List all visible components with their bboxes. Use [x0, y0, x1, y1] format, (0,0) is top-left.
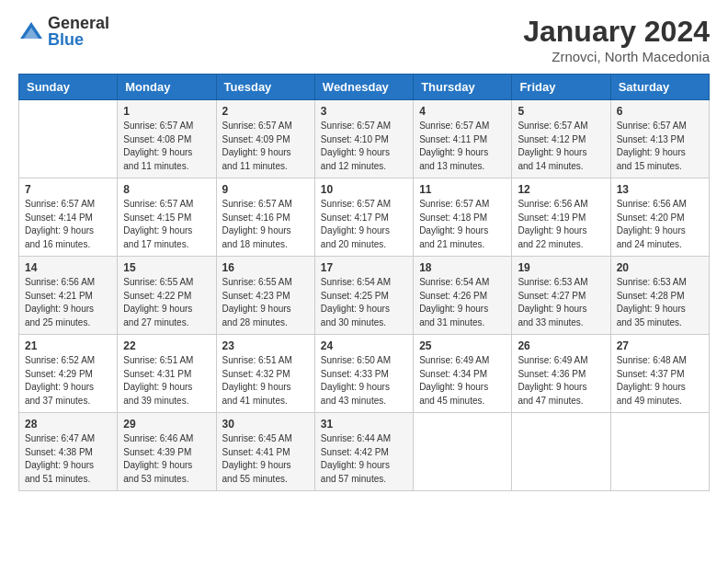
col-sunday: Sunday [19, 75, 118, 100]
day-cell: 23Sunrise: 6:51 AM Sunset: 4:32 PM Dayli… [216, 335, 314, 413]
day-cell: 16Sunrise: 6:55 AM Sunset: 4:23 PM Dayli… [216, 257, 314, 335]
day-cell: 24Sunrise: 6:50 AM Sunset: 4:33 PM Dayli… [314, 335, 413, 413]
day-cell: 6Sunrise: 6:57 AM Sunset: 4:13 PM Daylig… [610, 100, 709, 178]
day-info: Sunrise: 6:45 AM Sunset: 4:41 PM Dayligh… [222, 432, 309, 486]
col-wednesday: Wednesday [314, 75, 413, 100]
col-saturday: Saturday [610, 75, 709, 100]
logo-icon [18, 18, 44, 44]
day-number: 8 [123, 183, 210, 196]
day-number: 21 [25, 339, 111, 352]
day-cell: 10Sunrise: 6:57 AM Sunset: 4:17 PM Dayli… [314, 178, 413, 257]
day-number: 20 [617, 261, 703, 274]
day-number: 12 [518, 183, 604, 196]
day-info: Sunrise: 6:56 AM Sunset: 4:21 PM Dayligh… [25, 276, 111, 329]
day-number: 15 [123, 261, 210, 274]
day-number: 4 [419, 105, 506, 118]
day-info: Sunrise: 6:57 AM Sunset: 4:10 PM Dayligh… [321, 120, 407, 173]
day-cell: 8Sunrise: 6:57 AM Sunset: 4:15 PM Daylig… [118, 178, 216, 257]
day-cell: 29Sunrise: 6:46 AM Sunset: 4:39 PM Dayli… [118, 413, 216, 491]
day-info: Sunrise: 6:44 AM Sunset: 4:42 PM Dayligh… [321, 432, 407, 486]
day-cell: 22Sunrise: 6:51 AM Sunset: 4:31 PM Dayli… [118, 335, 216, 413]
day-number: 2 [222, 105, 309, 118]
day-cell: 3Sunrise: 6:57 AM Sunset: 4:10 PM Daylig… [314, 100, 413, 178]
day-info: Sunrise: 6:57 AM Sunset: 4:17 PM Dayligh… [321, 198, 407, 251]
day-number: 5 [518, 105, 604, 118]
day-number: 19 [518, 261, 604, 274]
day-info: Sunrise: 6:53 AM Sunset: 4:28 PM Dayligh… [617, 276, 703, 329]
day-cell: 15Sunrise: 6:55 AM Sunset: 4:22 PM Dayli… [118, 257, 216, 335]
day-cell: 12Sunrise: 6:56 AM Sunset: 4:19 PM Dayli… [512, 178, 610, 257]
day-cell: 18Sunrise: 6:54 AM Sunset: 4:26 PM Dayli… [414, 257, 512, 335]
day-info: Sunrise: 6:49 AM Sunset: 4:34 PM Dayligh… [419, 354, 506, 408]
day-info: Sunrise: 6:57 AM Sunset: 4:09 PM Dayligh… [222, 120, 309, 173]
header: General Blue January 2024 Zrnovci, North… [18, 15, 710, 64]
header-row: Sunday Monday Tuesday Wednesday Thursday… [19, 75, 710, 100]
day-number: 26 [518, 339, 604, 352]
day-info: Sunrise: 6:47 AM Sunset: 4:38 PM Dayligh… [25, 432, 111, 486]
day-number: 1 [123, 105, 210, 118]
day-number: 25 [419, 339, 506, 352]
day-cell: 14Sunrise: 6:56 AM Sunset: 4:21 PM Dayli… [19, 257, 118, 335]
day-info: Sunrise: 6:49 AM Sunset: 4:36 PM Dayligh… [518, 354, 604, 408]
col-monday: Monday [118, 75, 216, 100]
day-cell [512, 413, 610, 491]
week-row-0: 1Sunrise: 6:57 AM Sunset: 4:08 PM Daylig… [19, 100, 710, 178]
day-cell [610, 413, 709, 491]
week-row-2: 14Sunrise: 6:56 AM Sunset: 4:21 PM Dayli… [19, 257, 710, 335]
calendar-title: January 2024 [523, 15, 710, 49]
day-number: 16 [222, 261, 309, 274]
day-info: Sunrise: 6:57 AM Sunset: 4:11 PM Dayligh… [419, 120, 506, 173]
day-number: 7 [25, 183, 111, 196]
day-info: Sunrise: 6:57 AM Sunset: 4:13 PM Dayligh… [617, 120, 703, 173]
day-cell: 17Sunrise: 6:54 AM Sunset: 4:25 PM Dayli… [314, 257, 413, 335]
day-cell: 27Sunrise: 6:48 AM Sunset: 4:37 PM Dayli… [610, 335, 709, 413]
page: General Blue January 2024 Zrnovci, North… [0, 0, 728, 563]
day-info: Sunrise: 6:57 AM Sunset: 4:12 PM Dayligh… [518, 120, 604, 173]
logo-text: General Blue [48, 15, 109, 48]
day-info: Sunrise: 6:48 AM Sunset: 4:37 PM Dayligh… [617, 354, 703, 408]
day-number: 10 [321, 183, 407, 196]
day-number: 17 [321, 261, 407, 274]
day-info: Sunrise: 6:46 AM Sunset: 4:39 PM Dayligh… [123, 432, 210, 486]
day-info: Sunrise: 6:57 AM Sunset: 4:08 PM Dayligh… [123, 120, 210, 173]
day-info: Sunrise: 6:54 AM Sunset: 4:25 PM Dayligh… [321, 276, 407, 329]
day-number: 23 [222, 339, 309, 352]
logo: General Blue [18, 15, 109, 48]
day-number: 27 [617, 339, 703, 352]
day-info: Sunrise: 6:50 AM Sunset: 4:33 PM Dayligh… [321, 354, 407, 408]
day-cell: 13Sunrise: 6:56 AM Sunset: 4:20 PM Dayli… [610, 178, 709, 257]
day-cell: 5Sunrise: 6:57 AM Sunset: 4:12 PM Daylig… [512, 100, 610, 178]
day-info: Sunrise: 6:57 AM Sunset: 4:14 PM Dayligh… [25, 198, 111, 251]
day-info: Sunrise: 6:55 AM Sunset: 4:23 PM Dayligh… [222, 276, 309, 329]
day-cell: 30Sunrise: 6:45 AM Sunset: 4:41 PM Dayli… [216, 413, 314, 491]
day-info: Sunrise: 6:56 AM Sunset: 4:19 PM Dayligh… [518, 198, 604, 251]
day-number: 18 [419, 261, 506, 274]
day-number: 30 [222, 418, 309, 431]
day-number: 24 [321, 339, 407, 352]
day-number: 31 [321, 418, 407, 431]
col-tuesday: Tuesday [216, 75, 314, 100]
day-info: Sunrise: 6:54 AM Sunset: 4:26 PM Dayligh… [419, 276, 506, 329]
day-cell: 4Sunrise: 6:57 AM Sunset: 4:11 PM Daylig… [414, 100, 512, 178]
calendar-table: Sunday Monday Tuesday Wednesday Thursday… [18, 74, 710, 491]
day-cell [19, 100, 118, 178]
day-info: Sunrise: 6:57 AM Sunset: 4:15 PM Dayligh… [123, 198, 210, 251]
day-info: Sunrise: 6:51 AM Sunset: 4:32 PM Dayligh… [222, 354, 309, 408]
col-friday: Friday [512, 75, 610, 100]
logo-blue: Blue [48, 31, 109, 48]
day-number: 6 [617, 105, 703, 118]
week-row-1: 7Sunrise: 6:57 AM Sunset: 4:14 PM Daylig… [19, 178, 710, 257]
day-cell: 25Sunrise: 6:49 AM Sunset: 4:34 PM Dayli… [414, 335, 512, 413]
day-cell: 20Sunrise: 6:53 AM Sunset: 4:28 PM Dayli… [610, 257, 709, 335]
day-info: Sunrise: 6:55 AM Sunset: 4:22 PM Dayligh… [123, 276, 210, 329]
calendar-subtitle: Zrnovci, North Macedonia [523, 49, 710, 64]
day-number: 9 [222, 183, 309, 196]
day-number: 13 [617, 183, 703, 196]
day-cell: 26Sunrise: 6:49 AM Sunset: 4:36 PM Dayli… [512, 335, 610, 413]
week-row-3: 21Sunrise: 6:52 AM Sunset: 4:29 PM Dayli… [19, 335, 710, 413]
day-cell: 31Sunrise: 6:44 AM Sunset: 4:42 PM Dayli… [314, 413, 413, 491]
day-cell: 11Sunrise: 6:57 AM Sunset: 4:18 PM Dayli… [414, 178, 512, 257]
title-block: January 2024 Zrnovci, North Macedonia [523, 15, 710, 64]
day-number: 14 [25, 261, 111, 274]
day-number: 3 [321, 105, 407, 118]
